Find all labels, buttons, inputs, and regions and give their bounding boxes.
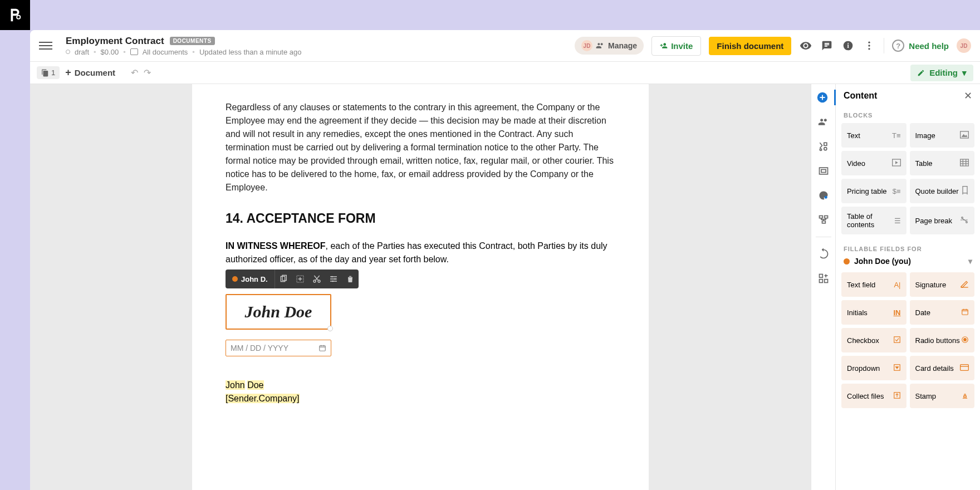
field-checkbox[interactable]: Checkbox	[841, 328, 906, 352]
menu-icon[interactable]	[39, 39, 52, 52]
svg-point-0	[17, 16, 20, 19]
app-window: Employment Contract DOCUMENTS draft • $0…	[30, 30, 980, 490]
pencil-icon	[917, 69, 925, 77]
dropdown-icon	[893, 364, 901, 373]
people-icon	[596, 41, 605, 50]
app-logo[interactable]	[0, 0, 30, 30]
close-icon[interactable]: ✕	[964, 90, 972, 102]
strip-template-icon[interactable]	[816, 163, 831, 179]
redo-icon[interactable]: ↷	[144, 67, 151, 78]
block-image[interactable]: Image	[910, 123, 975, 148]
fields-label: FILLABLE FIELDS FOR	[836, 241, 980, 254]
sender-last-variable[interactable]: Doe	[247, 380, 263, 390]
page-indicator[interactable]: 1	[37, 66, 60, 79]
strip-content-icon[interactable]	[811, 90, 836, 105]
strip-recipients-icon[interactable]	[816, 114, 831, 130]
date-field[interactable]: MM / DD / YYYY	[226, 340, 331, 356]
field-stamp[interactable]: Stamp	[910, 384, 975, 408]
block-video[interactable]: Video	[841, 151, 906, 175]
block-quote[interactable]: Quote builder	[910, 179, 975, 203]
field-dropdown[interactable]: Dropdown	[841, 356, 906, 380]
tb-settings-icon[interactable]	[325, 270, 342, 288]
user-avatar[interactable]: JD	[957, 38, 971, 53]
tb-delete-icon[interactable]	[342, 270, 359, 288]
block-toc[interactable]: Table of contents☰	[841, 207, 906, 234]
svg-rect-42	[961, 131, 969, 138]
svg-rect-51	[963, 186, 967, 193]
document-canvas[interactable]: Regardless of any clauses or statements …	[30, 84, 811, 490]
breadcrumb[interactable]: All documents	[143, 48, 188, 56]
svg-point-55	[962, 217, 963, 218]
manage-button[interactable]: JD Manage	[575, 37, 644, 55]
subbar: 1 + Document ↶ ↷ Editing ▾	[30, 62, 980, 84]
field-radio[interactable]: Radio buttons	[910, 328, 975, 352]
preview-icon[interactable]	[799, 39, 812, 52]
strip-attach-icon[interactable]	[816, 246, 831, 262]
initials-icon: IN	[894, 308, 901, 317]
document-page: Regardless of any clauses or statements …	[192, 84, 649, 490]
undo-icon[interactable]: ↶	[131, 67, 138, 78]
tb-copy-icon[interactable]	[275, 270, 292, 288]
sender-block: John Doe [Sender.Company]	[226, 379, 615, 405]
block-text[interactable]: TextT≡	[841, 123, 906, 148]
field-initials[interactable]: InitialsIN	[841, 300, 906, 325]
svg-point-28	[820, 149, 821, 150]
calendar-icon	[318, 344, 326, 352]
blocks-label: BLOCKS	[836, 107, 980, 121]
question-icon: ?	[892, 40, 904, 52]
resize-handle[interactable]	[327, 326, 333, 331]
history-controls: ↶ ↷	[131, 67, 151, 78]
field-signature[interactable]: Signature	[910, 272, 975, 297]
finish-button[interactable]: Finish document	[709, 37, 791, 55]
strip-workflow-icon[interactable]	[816, 212, 831, 228]
meta-row: draft • $0.00 • All documents • Updated …	[66, 48, 301, 56]
need-help-button[interactable]: ? Need help	[892, 40, 949, 52]
svg-rect-38	[824, 280, 827, 283]
sender-company-variable[interactable]: [Sender.Company]	[226, 394, 300, 403]
block-table[interactable]: Table	[910, 151, 975, 175]
signature-field[interactable]: John Doe	[226, 294, 331, 330]
svg-rect-34	[819, 216, 822, 218]
assignee-select[interactable]: John Doe (you) ▾	[844, 257, 972, 266]
more-icon[interactable]	[863, 39, 876, 52]
assignee-color-dot	[844, 258, 850, 264]
strip-design-icon[interactable]	[816, 188, 831, 203]
svg-point-20	[332, 281, 334, 282]
svg-rect-29	[824, 143, 826, 145]
svg-point-18	[331, 276, 333, 278]
assignee-dot	[232, 276, 238, 282]
svg-point-5	[869, 48, 870, 50]
add-document-button[interactable]: + Document	[65, 67, 115, 79]
block-pricing[interactable]: Pricing table$≡	[841, 179, 906, 203]
info-icon[interactable]: i	[841, 39, 855, 52]
svg-rect-21	[320, 346, 326, 351]
strip-apps-icon[interactable]	[816, 271, 831, 286]
content-panel: Content ✕ BLOCKS TextT≡ Image Video Tabl…	[835, 84, 980, 490]
strip-variables-icon[interactable]	[816, 139, 831, 154]
invite-button[interactable]: Invite	[651, 36, 701, 56]
svg-point-4	[869, 45, 870, 46]
svg-marker-68	[895, 366, 898, 368]
pagebreak-icon	[960, 216, 969, 226]
checkbox-icon	[893, 336, 901, 345]
svg-rect-39	[819, 280, 822, 283]
video-icon	[892, 159, 901, 168]
field-date[interactable]: Date	[910, 300, 975, 325]
chat-icon[interactable]	[820, 39, 834, 52]
svg-marker-45	[895, 161, 898, 164]
text-cursor-icon: A|	[894, 281, 900, 289]
field-card[interactable]: Card details	[910, 356, 975, 380]
editing-mode-button[interactable]: Editing ▾	[910, 65, 973, 81]
image-icon	[960, 131, 969, 140]
card-icon	[960, 364, 969, 373]
field-collect[interactable]: Collect files	[841, 384, 906, 408]
signature-assignee[interactable]: John D.	[226, 275, 275, 283]
blocks-grid: TextT≡ Image Video Table Pricing table$≡…	[836, 121, 980, 241]
field-text[interactable]: Text fieldA|	[841, 272, 906, 297]
tb-assign-icon[interactable]	[292, 270, 308, 288]
sender-first-variable[interactable]: John	[226, 380, 245, 390]
block-pagebreak[interactable]: Page break	[910, 207, 975, 234]
tb-cut-icon[interactable]	[308, 270, 325, 288]
title-block: Employment Contract DOCUMENTS draft • $0…	[66, 36, 301, 56]
svg-rect-60	[962, 309, 968, 314]
